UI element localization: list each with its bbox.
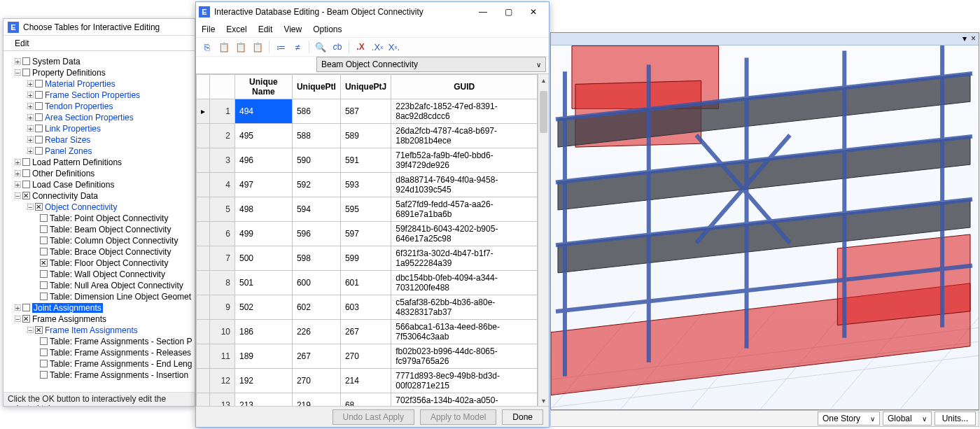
tree-other-definitions[interactable]: Other Definitions <box>5 167 193 178</box>
bold-x-red-icon[interactable]: .X <box>354 40 368 54</box>
apply-to-model-button[interactable]: Apply to Model <box>420 409 496 425</box>
tree-tendon-properties[interactable]: Tendon Properties <box>5 100 193 111</box>
tree-table-fa-end-len[interactable]: Table: Frame Assignments - End Leng <box>5 358 193 369</box>
table-row[interactable]: 4497592593d8a88714-7649-4f0a-9458-924d10… <box>197 173 538 197</box>
table-row[interactable]: 249558858926da2fcb-4787-4ca8-b697-18b208… <box>197 124 538 148</box>
chevron-down-icon: ∨ <box>870 415 875 423</box>
grid-area: Unique Name UniquePtI UniquePtJ GUID ▸14… <box>196 73 549 406</box>
tree-load-case-definitions[interactable]: Load Case Definitions <box>5 178 193 190</box>
units-button[interactable]: Units... <box>934 412 976 426</box>
tree-table-null-area[interactable]: Table: Null Area Object Connectivity <box>5 279 193 290</box>
table-row[interactable]: ▸1494586587223b2afc-1852-47ed-8391-8ac92… <box>197 99 538 124</box>
tree-table-point[interactable]: Table: Point Object Connectivity <box>5 212 193 223</box>
tree-material-properties[interactable]: Material Properties <box>5 78 193 89</box>
menu-view[interactable]: View <box>284 24 302 34</box>
table-row[interactable]: 9502602603c5afaf38-62bb-4b36-a80e-483283… <box>197 295 538 320</box>
tree-frame-assignments[interactable]: Frame Assignments <box>5 313 193 324</box>
menu-edit[interactable]: Edit <box>9 37 35 50</box>
tree-rebar-sizes[interactable]: Rebar Sizes <box>5 134 193 145</box>
model-viewport[interactable]: ▾ × <box>550 32 979 410</box>
tree-connectivity-data[interactable]: Connectivity Data <box>5 190 193 201</box>
vertical-scrollbar[interactable]: ▴ ▾ <box>538 74 549 406</box>
tree-view[interactable]: System Data Property Definitions Materia… <box>4 51 195 392</box>
table-row[interactable]: 10186226267566abca1-613a-4eed-86be-7f530… <box>197 320 538 344</box>
table-row[interactable]: 349659059171efb52a-fa9b-4fe0-bbd6-39f472… <box>197 148 538 173</box>
table-row[interactable]: 11189267270fb02b023-b996-44dc-8065-fc979… <box>197 344 538 369</box>
minimize-button[interactable]: — <box>470 4 496 20</box>
col-guid[interactable]: GUID <box>391 75 538 99</box>
db-footer: Undo Last Apply Apply to Model Done <box>196 406 549 427</box>
col-unique-pt-j[interactable]: UniquePtJ <box>340 75 391 99</box>
paste-icon[interactable]: 📋 <box>217 40 231 54</box>
choose-footer: Click the OK button to interactively edi… <box>4 392 195 406</box>
x-sup-icon[interactable]: .Xx <box>370 40 384 54</box>
db-table-selector-value: Beam Object Connectivity <box>321 59 418 69</box>
menu-edit[interactable]: Edit <box>258 24 273 34</box>
db-table-selector[interactable]: Beam Object Connectivity ∨ <box>316 57 546 72</box>
tree-table-floor[interactable]: Table: Floor Object Connectivity <box>5 257 193 268</box>
tree-property-definitions[interactable]: Property Definitions <box>5 66 193 78</box>
db-toolbar: ⎘ 📋 📋 📋 ≔ ≠ 🔍 cb .X .Xx Xx. <box>196 37 549 57</box>
menu-options[interactable]: Options <box>313 24 342 34</box>
row-delete-icon[interactable]: ≠ <box>290 40 304 54</box>
maximize-button[interactable]: ▢ <box>496 4 521 20</box>
chevron-down-icon: ∨ <box>922 415 927 423</box>
db-table-selector-row: Beam Object Connectivity ∨ <box>196 57 549 73</box>
db-menubar: File Excel Edit View Options <box>196 22 549 37</box>
choose-menubar: Edit <box>4 36 195 51</box>
tree-table-beam[interactable]: Table: Beam Object Connectivity <box>5 223 193 234</box>
row-replace-icon[interactable]: ≔ <box>274 40 288 54</box>
app-icon: E <box>199 6 210 17</box>
db-editing-window: E Interactive Database Editing - Beam Ob… <box>195 1 550 428</box>
menu-excel[interactable]: Excel <box>226 24 246 34</box>
db-titlebar: E Interactive Database Editing - Beam Ob… <box>196 2 549 22</box>
tree-frame-item-assignments[interactable]: Frame Item Assignments <box>5 324 193 335</box>
status-bar: One Story∨ Global∨ Units... <box>550 410 979 427</box>
tree-table-wall[interactable]: Table: Wall Object Connectivity <box>5 268 193 279</box>
table-row[interactable]: 8501600601dbc154bb-0feb-4094-a344-703120… <box>197 271 538 295</box>
table-row[interactable]: 54985945955af27fd9-fedd-457a-aa26-6891e7… <box>197 197 538 222</box>
col-unique-name[interactable]: Unique Name <box>235 75 293 99</box>
replace-icon[interactable]: cb <box>330 40 344 54</box>
scroll-down-icon[interactable]: ▾ <box>538 395 549 406</box>
tree-table-brace[interactable]: Table: Brace Object Connectivity <box>5 246 193 257</box>
tree-table-fa-section[interactable]: Table: Frame Assignments - Section P <box>5 335 193 346</box>
table-row[interactable]: 1321321968702f356a-134b-402a-a050-ea2268… <box>197 393 538 407</box>
tree-area-section-properties[interactable]: Area Section Properties <box>5 111 193 122</box>
table-row[interactable]: 121922702147771d893-8ec9-49b8-bd3d-00f02… <box>197 369 538 393</box>
scroll-up-icon[interactable]: ▴ <box>538 74 549 85</box>
find-icon[interactable]: 🔍 <box>314 40 328 54</box>
tree-system-data[interactable]: System Data <box>5 55 193 66</box>
close-button[interactable]: ✕ <box>521 4 546 20</box>
coord-system-selector[interactable]: Global∨ <box>883 412 932 426</box>
tree-table-fa-insertion[interactable]: Table: Frame Assignments - Insertion <box>5 369 193 380</box>
copy-icon[interactable]: ⎘ <box>200 40 214 54</box>
tree-frame-section-properties[interactable]: Frame Section Properties <box>5 89 193 100</box>
tree-joint-assignments[interactable]: Joint Assignments <box>5 302 193 313</box>
paste-insert-icon[interactable]: 📋 <box>234 40 248 54</box>
undo-last-apply-button[interactable]: Undo Last Apply <box>332 409 414 425</box>
paste-append-icon[interactable]: 📋 <box>251 40 265 54</box>
tree-panel-zones[interactable]: Panel Zones <box>5 145 193 156</box>
viewport-close-icon[interactable]: × <box>971 34 976 43</box>
tree-table-column[interactable]: Table: Column Object Connectivity <box>5 234 193 246</box>
table-row[interactable]: 649959659759f2841b-6043-4202-b905-646e17… <box>197 222 538 246</box>
story-selector[interactable]: One Story∨ <box>818 412 880 426</box>
tree-object-connectivity[interactable]: Object Connectivity <box>5 201 193 212</box>
data-grid[interactable]: Unique Name UniquePtI UniquePtJ GUID ▸14… <box>196 74 538 406</box>
model-3d-view <box>551 45 979 409</box>
table-row[interactable]: 75005985996f321f3a-302d-4b47-b1f7-1a9522… <box>197 246 538 271</box>
x-sub-icon[interactable]: Xx. <box>387 40 401 54</box>
tree-link-properties[interactable]: Link Properties <box>5 122 193 134</box>
chevron-down-icon: ∨ <box>536 61 541 69</box>
tree-table-fa-releases[interactable]: Table: Frame Assignments - Releases <box>5 346 193 358</box>
tree-table-dim-line[interactable]: Table: Dimension Line Object Geomet <box>5 290 193 302</box>
tree-load-pattern-definitions[interactable]: Load Pattern Definitions <box>5 156 193 167</box>
scroll-thumb[interactable] <box>540 91 547 133</box>
choose-titlebar: E Choose Tables for Interactive Editing <box>4 19 195 36</box>
col-unique-pt-i[interactable]: UniquePtI <box>292 75 340 99</box>
viewport-dropdown-icon[interactable]: ▾ <box>962 34 967 43</box>
app-icon: E <box>8 22 19 33</box>
done-button[interactable]: Done <box>502 409 543 425</box>
menu-file[interactable]: File <box>202 24 215 34</box>
